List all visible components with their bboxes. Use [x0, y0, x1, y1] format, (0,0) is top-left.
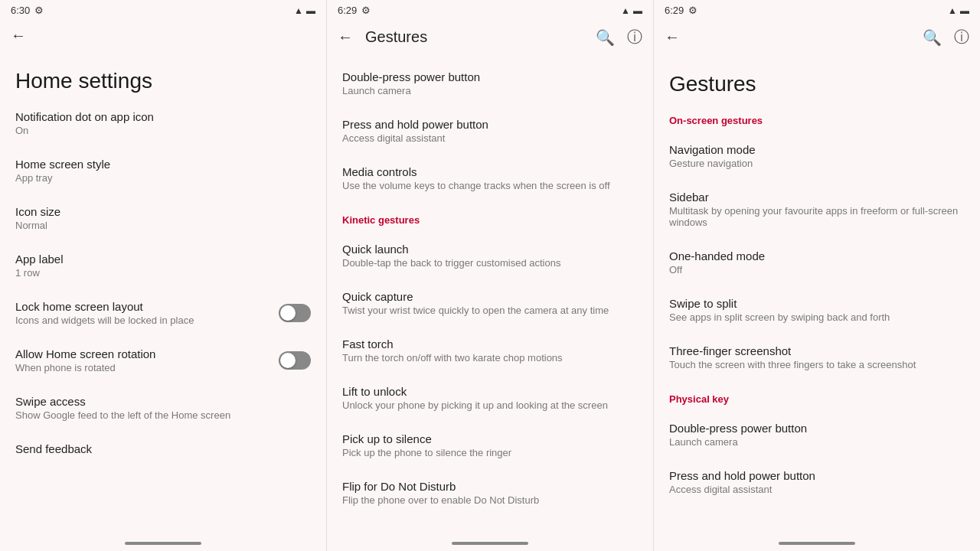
time-right: 6:29 — [665, 5, 684, 16]
help-icon-middle[interactable]: ⓘ — [627, 27, 642, 47]
kinetic-gestures-section: Kinetic gestures — [327, 202, 653, 232]
battery-icon-left: ▬ — [306, 5, 315, 16]
swipe-access-title: Swipe access — [15, 395, 311, 408]
home-screen-style-item[interactable]: Home screen style App tray — [0, 147, 326, 194]
gear-icon-middle: ⚙ — [361, 5, 371, 16]
allow-rotation-toggle[interactable] — [279, 351, 311, 370]
sidebar-title: Sidebar — [669, 191, 965, 204]
fast-torch-title: Fast torch — [342, 337, 638, 350]
quick-launch-title: Quick launch — [342, 243, 638, 256]
page-title-gestures: Gestures — [654, 60, 980, 103]
media-controls-item[interactable]: Media controls Use the volume keys to ch… — [327, 155, 653, 202]
icon-size-subtitle: Normal — [15, 220, 311, 231]
lift-to-unlock-subtitle: Unlock your phone by picking it up and l… — [342, 399, 638, 411]
bottom-bar-right — [654, 536, 980, 551]
gestures-middle-panel: 6:29 ⚙ ▲ ▬ ← Gestures 🔍 ⓘ Double-press p… — [326, 0, 654, 551]
one-handed-mode-subtitle: Off — [669, 264, 965, 276]
flip-dnd-item[interactable]: Flip for Do Not Disturb Flip the phone o… — [327, 469, 653, 517]
home-settings-panel: 6:30 ⚙ ▲ ▬ ← Home settings Notification … — [0, 0, 326, 551]
back-arrow-middle[interactable]: ← — [338, 28, 353, 46]
status-bar-right: 6:29 ⚙ ▲ ▬ — [654, 0, 980, 21]
three-finger-screenshot-item[interactable]: Three-finger screenshot Touch the screen… — [654, 334, 980, 381]
navigation-mode-item[interactable]: Navigation mode Gesture navigation — [654, 132, 980, 180]
status-icons-right: ▲ ▬ — [948, 5, 969, 16]
header-left: ← — [0, 21, 326, 51]
nav-indicator-middle — [452, 542, 528, 545]
allow-rotation-text: Allow Home screen rotation When phone is… — [15, 347, 270, 373]
notification-dot-title: Notification dot on app icon — [15, 110, 311, 123]
icon-size-item[interactable]: Icon size Normal — [0, 194, 326, 242]
lock-home-screen-item[interactable]: Lock home screen layout Icons and widget… — [0, 289, 326, 337]
allow-rotation-subtitle: When phone is rotated — [15, 362, 270, 373]
on-screen-gestures-section: On-screen gestures — [654, 103, 980, 132]
app-label-subtitle: 1 row — [15, 267, 311, 279]
back-arrow-left[interactable]: ← — [11, 27, 26, 44]
press-hold-power-right-subtitle: Access digital assistant — [669, 484, 965, 495]
swipe-to-split-item[interactable]: Swipe to split See apps in split screen … — [654, 286, 980, 334]
swipe-access-item[interactable]: Swipe access Show Google feed to the lef… — [0, 384, 326, 432]
navigation-mode-title: Navigation mode — [669, 143, 965, 156]
sidebar-item[interactable]: Sidebar Multitask by opening your favour… — [654, 180, 980, 239]
double-press-power-item[interactable]: Double-press power button Launch camera — [327, 60, 653, 107]
status-icons-middle: ▲ ▬ — [621, 5, 642, 16]
icon-size-title: Icon size — [15, 205, 311, 218]
fast-torch-subtitle: Turn the torch on/off with two karate ch… — [342, 352, 638, 364]
gear-icon-left: ⚙ — [34, 5, 44, 16]
home-screen-style-subtitle: App tray — [15, 172, 311, 184]
gear-icon-right: ⚙ — [688, 5, 697, 16]
pick-up-silence-title: Pick up to silence — [342, 432, 638, 445]
swipe-access-subtitle: Show Google feed to the left of the Home… — [15, 409, 311, 421]
one-handed-mode-title: One-handed mode — [669, 249, 965, 262]
status-time-middle: 6:29 ⚙ — [338, 5, 371, 16]
send-feedback-item[interactable]: Send feedback — [0, 432, 326, 468]
pick-up-silence-item[interactable]: Pick up to silence Pick up the phone to … — [327, 422, 653, 469]
status-time-right: 6:29 ⚙ — [665, 5, 697, 16]
flip-dnd-subtitle: Flip the phone over to enable Do Not Dis… — [342, 494, 638, 506]
status-time-left: 6:30 ⚙ — [11, 5, 44, 16]
bottom-bar-left — [0, 536, 326, 551]
fast-torch-item[interactable]: Fast torch Turn the torch on/off with tw… — [327, 327, 653, 374]
press-hold-power-subtitle: Access digital assistant — [342, 132, 638, 144]
lock-home-screen-toggle[interactable] — [279, 304, 311, 322]
back-arrow-right[interactable]: ← — [665, 28, 680, 46]
one-handed-mode-item[interactable]: One-handed mode Off — [654, 239, 980, 286]
lift-to-unlock-item[interactable]: Lift to unlock Unlock your phone by pick… — [327, 374, 653, 422]
status-bar-left: 6:30 ⚙ ▲ ▬ — [0, 0, 326, 21]
quick-capture-subtitle: Twist your wrist twice quickly to open t… — [342, 305, 638, 316]
app-label-title: App label — [15, 253, 311, 266]
sidebar-subtitle: Multitask by opening your favourite apps… — [669, 205, 965, 228]
nav-indicator-right — [779, 542, 855, 545]
lock-home-screen-subtitle: Icons and widgets will be locked in plac… — [15, 315, 270, 326]
page-title-home: Home settings — [0, 57, 326, 99]
quick-capture-title: Quick capture — [342, 290, 638, 303]
notification-dot-item[interactable]: Notification dot on app icon On — [0, 99, 326, 147]
header-middle: ← Gestures 🔍 ⓘ — [327, 21, 653, 54]
nav-indicator-left — [125, 542, 201, 545]
time-left: 6:30 — [11, 5, 30, 16]
search-icon-right[interactable]: 🔍 — [923, 28, 942, 47]
press-hold-power-item[interactable]: Press and hold power button Access digit… — [327, 107, 653, 155]
three-finger-screenshot-title: Three-finger screenshot — [669, 344, 965, 357]
app-label-item[interactable]: App label 1 row — [0, 242, 326, 289]
status-bar-middle: 6:29 ⚙ ▲ ▬ — [327, 0, 653, 21]
double-press-power-right-title: Double-press power button — [669, 422, 965, 435]
press-hold-power-title: Press and hold power button — [342, 118, 638, 131]
header-title-middle: Gestures — [365, 28, 583, 46]
battery-icon-right: ▬ — [960, 5, 969, 16]
quick-capture-item[interactable]: Quick capture Twist your wrist twice qui… — [327, 279, 653, 327]
notification-dot-subtitle: On — [15, 125, 311, 136]
lock-home-screen-text: Lock home screen layout Icons and widget… — [15, 300, 270, 326]
quick-launch-item[interactable]: Quick launch Double-tap the back to trig… — [327, 232, 653, 279]
gestures-middle-content: Double-press power button Launch camera … — [327, 54, 653, 536]
wifi-icon-left: ▲ — [294, 5, 303, 16]
search-icon-middle[interactable]: 🔍 — [596, 28, 615, 47]
media-controls-title: Media controls — [342, 165, 638, 178]
physical-key-section: Physical key — [654, 381, 980, 411]
allow-rotation-item[interactable]: Allow Home screen rotation When phone is… — [0, 337, 326, 384]
help-icon-right[interactable]: ⓘ — [954, 27, 969, 47]
press-hold-power-right-title: Press and hold power button — [669, 469, 965, 482]
header-right: ← 🔍 ⓘ — [654, 21, 980, 54]
double-press-power-right-item[interactable]: Double-press power button Launch camera — [654, 411, 980, 458]
press-hold-power-right-item[interactable]: Press and hold power button Access digit… — [654, 458, 980, 506]
swipe-to-split-title: Swipe to split — [669, 297, 965, 310]
